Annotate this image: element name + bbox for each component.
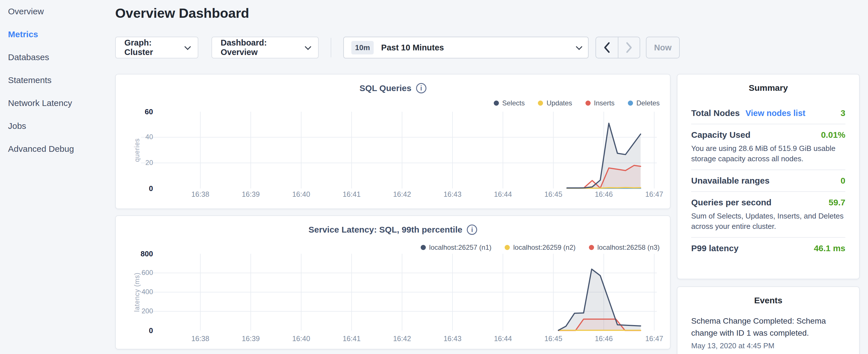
legend-label: localhost:26259 (n2): [513, 244, 576, 252]
service-latency-chart-card: Service Latency: SQL, 99th percentile i …: [115, 215, 671, 349]
legend-dot: [505, 245, 510, 250]
graph-scope-dropdown-label: Graph: Cluster: [124, 38, 178, 57]
sidebar-item-databases[interactable]: Databases: [0, 46, 115, 69]
y-tick-label: 60: [121, 107, 153, 116]
legend-item-deletes[interactable]: Deletes: [628, 99, 660, 107]
dashboard-dropdown-label: Dashboard: Overview: [221, 38, 299, 57]
sidebar-item-overview[interactable]: Overview: [0, 0, 115, 23]
sidebar-item-advanced-debug[interactable]: Advanced Debug: [0, 137, 115, 160]
graph-scope-dropdown[interactable]: Graph: Cluster: [115, 37, 198, 58]
legend-item-updates[interactable]: Updates: [538, 99, 572, 107]
event-list-item[interactable]: Schema Change Completed: Schema change w…: [691, 315, 845, 350]
chart-legend: localhost:26257 (n1) localhost:26259 (n2…: [421, 244, 660, 252]
info-icon[interactable]: i: [416, 83, 426, 93]
summary-row-description: You are using 28.6 MiB of 515.9 GiB usab…: [691, 143, 845, 164]
legend-dot: [494, 100, 499, 106]
page-title: Overview Dashboard: [115, 5, 249, 21]
y-tick-label: 600: [121, 269, 153, 277]
chart-title: Service Latency: SQL, 99th percentile: [309, 225, 463, 234]
sidebar-item-label: Jobs: [8, 121, 26, 131]
sql-queries-chart-card: SQL Queries i Selects Updates Inserts De…: [115, 74, 671, 209]
sidebar-item-label: Advanced Debug: [8, 144, 74, 154]
legend-label: Inserts: [594, 99, 615, 107]
legend-label: localhost:26258 (n3): [597, 244, 660, 252]
time-range-badge: 10m: [351, 41, 374, 55]
chart-plot-area: [116, 74, 671, 210]
summary-row-value: 3: [840, 108, 845, 118]
sidebar-item-statements[interactable]: Statements: [0, 69, 115, 92]
legend-dot: [628, 100, 633, 106]
x-tick-label: 16:45: [536, 334, 570, 343]
overview-dashboard-page: Overview Metrics Databases Statements Ne…: [0, 0, 868, 354]
chevron-left-icon: [603, 42, 611, 53]
sidebar-item-label: Network Latency: [8, 98, 72, 108]
legend-dot: [421, 245, 426, 250]
legend-item-n2[interactable]: localhost:26259 (n2): [505, 244, 576, 252]
sidebar-item-metrics[interactable]: Metrics: [0, 23, 115, 46]
x-tick-label: 16:39: [234, 190, 268, 198]
summary-row-value: 59.7: [829, 198, 845, 207]
time-range-selector[interactable]: 10m Past 10 Minutes: [343, 37, 589, 58]
now-button[interactable]: Now: [646, 37, 680, 58]
x-tick-label: 16:38: [183, 190, 217, 198]
y-tick-label: 20: [121, 159, 153, 167]
y-tick-label: 400: [121, 288, 153, 296]
view-nodes-list-link[interactable]: View nodes list: [745, 108, 805, 118]
x-tick-label: 16:42: [385, 190, 419, 198]
x-tick-label: 16:46: [587, 190, 621, 198]
summary-row-label: Unavailable ranges: [691, 176, 769, 186]
y-tick-label: 800: [121, 250, 153, 258]
time-next-button[interactable]: [618, 37, 640, 58]
x-tick-label: 16:40: [284, 190, 318, 198]
legend-label: Updates: [547, 99, 572, 107]
x-tick-label: 16:39: [234, 334, 268, 343]
x-tick-label: 16:43: [435, 190, 470, 198]
event-timestamp: May 13, 2020 at 4:45 PM: [691, 342, 845, 350]
legend-item-selects[interactable]: Selects: [494, 99, 525, 107]
x-tick-label: 16:38: [183, 334, 217, 343]
sidebar-item-jobs[interactable]: Jobs: [0, 115, 115, 137]
y-tick-label: 40: [121, 133, 153, 141]
summary-row-unavailable-ranges: Unavailable ranges 0: [691, 169, 845, 191]
summary-row-label: Total Nodes: [691, 108, 740, 118]
summary-row-description: Sum of Selects, Updates, Inserts, and De…: [691, 211, 845, 231]
sidebar: Overview Metrics Databases Statements Ne…: [0, 0, 115, 354]
x-tick-label: 16:47: [637, 190, 672, 198]
x-tick-label: 16:45: [536, 190, 570, 198]
legend-dot: [538, 100, 543, 106]
sidebar-item-label: Overview: [8, 7, 44, 16]
sidebar-item-label: Databases: [8, 53, 49, 62]
legend-item-n3[interactable]: localhost:26258 (n3): [589, 244, 660, 252]
chart-title: SQL Queries: [359, 83, 411, 93]
legend-dot: [589, 245, 594, 250]
toolbar-divider: [331, 38, 331, 57]
chevron-down-icon: [185, 43, 191, 50]
now-button-label: Now: [654, 43, 672, 53]
sidebar-item-network-latency[interactable]: Network Latency: [0, 92, 115, 115]
legend-label: Deletes: [637, 99, 660, 107]
events-panel: Events Schema Change Completed: Schema c…: [677, 286, 860, 354]
time-range-label: Past 10 Minutes: [381, 43, 444, 53]
summary-row-label: Capacity Used: [691, 130, 750, 140]
summary-row-value: 0.01%: [821, 130, 845, 140]
chart-legend: Selects Updates Inserts Deletes: [494, 99, 660, 107]
legend-item-inserts[interactable]: Inserts: [585, 99, 615, 107]
x-tick-label: 16:41: [334, 334, 369, 343]
summary-row-label: Queries per second: [691, 198, 771, 207]
y-tick-label: 200: [121, 307, 153, 315]
summary-panel: Summary Total Nodes View nodes list 3 Ca…: [677, 74, 860, 279]
events-title: Events: [691, 296, 845, 305]
x-tick-label: 16:46: [587, 334, 621, 343]
y-tick-label: 0: [121, 326, 153, 335]
legend-item-n1[interactable]: localhost:26257 (n1): [421, 244, 492, 252]
dashboard-dropdown[interactable]: Dashboard: Overview: [212, 37, 319, 58]
time-prev-button[interactable]: [596, 37, 618, 58]
info-icon[interactable]: i: [467, 225, 477, 235]
x-tick-label: 16:41: [334, 190, 369, 198]
x-tick-label: 16:40: [284, 334, 318, 343]
summary-row-total-nodes: Total Nodes View nodes list 3: [691, 102, 845, 124]
legend-dot: [585, 100, 591, 106]
summary-row-label: P99 latency: [691, 244, 739, 253]
x-tick-label: 16:42: [385, 334, 419, 343]
summary-row-value: 46.1 ms: [814, 244, 845, 253]
